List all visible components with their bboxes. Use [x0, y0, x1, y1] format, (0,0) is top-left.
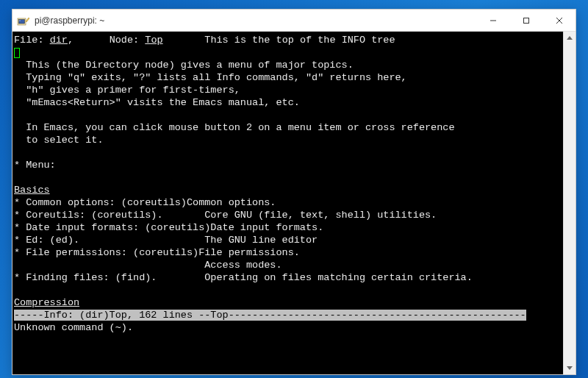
- intro-line: "mEmacs<Return>" visits the Emacs manual…: [14, 97, 300, 108]
- svg-rect-1: [19, 19, 25, 24]
- info-header: File: dir, Node: Top This is the top of …: [14, 35, 395, 46]
- window-controls: [476, 10, 576, 31]
- section-title-basics: Basics: [14, 185, 50, 196]
- menu-item[interactable]: * Ed: (ed). The GNU line editor: [14, 235, 318, 246]
- terminal-area: File: dir, Node: Top This is the top of …: [12, 32, 576, 374]
- close-button[interactable]: [542, 10, 576, 31]
- cursor: [14, 48, 20, 58]
- menu-heading: * Menu:: [14, 160, 56, 171]
- menu-item[interactable]: * Coreutils: (coreutils). Core GNU (file…: [14, 210, 437, 221]
- window-title: pi@raspberrypi: ~: [35, 15, 476, 26]
- intro-line: This (the Directory node) gives a menu o…: [14, 60, 354, 71]
- menu-item-desc: Access modes.: [14, 260, 282, 271]
- command-line[interactable]: Unknown command (~).: [14, 322, 133, 333]
- menu-item[interactable]: * Finding files: (find). Operating on fi…: [14, 272, 473, 283]
- intro-line: to select it.: [14, 135, 104, 146]
- scroll-down-icon[interactable]: [564, 362, 576, 374]
- menu-item[interactable]: * File permissions: (coreutils)File perm…: [14, 247, 300, 258]
- maximize-button[interactable]: [509, 10, 542, 31]
- info-statusline: -----Info: (dir)Top, 162 lines --Top----…: [14, 310, 526, 321]
- terminal[interactable]: File: dir, Node: Top This is the top of …: [12, 32, 563, 374]
- putty-icon: [17, 14, 30, 27]
- titlebar[interactable]: pi@raspberrypi: ~: [12, 10, 576, 32]
- scrollbar[interactable]: [563, 32, 576, 374]
- menu-item[interactable]: * Date input formats: (coreutils)Date in…: [14, 222, 323, 233]
- minimize-button[interactable]: [476, 10, 509, 31]
- scroll-up-icon[interactable]: [564, 32, 576, 44]
- intro-line: Typing "q" exits, "?" lists all Info com…: [14, 72, 407, 83]
- svg-rect-4: [523, 18, 528, 23]
- terminal-window: pi@raspberrypi: ~ File: dir, Node: Top T…: [12, 9, 576, 375]
- intro-line: "h" gives a primer for first-timers,: [14, 85, 240, 96]
- svg-rect-2: [20, 20, 21, 21]
- intro-line: In Emacs, you can click mouse button 2 o…: [14, 122, 455, 133]
- section-title-compression: Compression: [14, 297, 79, 308]
- menu-item[interactable]: * Common options: (coreutils)Common opti…: [14, 197, 276, 208]
